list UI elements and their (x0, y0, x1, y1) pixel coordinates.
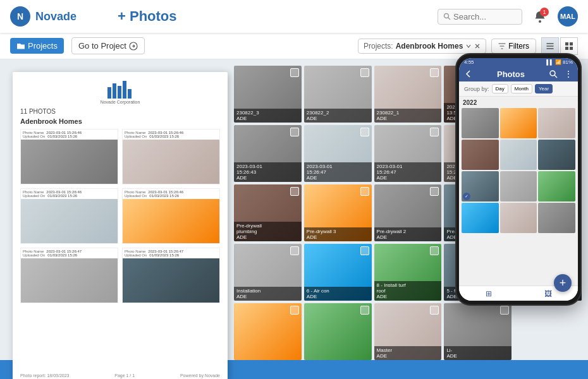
print-photo-item: Photo Name 2023-03-01 15:26:47 Uploaded … (20, 248, 118, 303)
svg-rect-4 (565, 42, 568, 45)
photo-cell[interactable]: Master ADE (374, 303, 442, 360)
filter-label: Projects: (364, 42, 393, 51)
photo-checkbox[interactable] (290, 128, 299, 136)
photo-cell[interactable]: 230822_2 ADE (304, 66, 372, 123)
print-photo-item: Photo Name 2023-03-01 15:26:46 Uploaded … (122, 129, 220, 184)
close-icon[interactable] (474, 43, 481, 49)
photo-cell[interactable]: 6 - Air con ADE (304, 244, 372, 301)
mobile-photo-row (462, 108, 575, 138)
photo-label: 230822_2 ADE (304, 109, 372, 123)
mobile-photo-badge: ✓ (463, 193, 470, 200)
photo-checkbox[interactable] (360, 128, 369, 136)
photo-checkbox[interactable] (430, 187, 439, 196)
photo-cell[interactable] (234, 303, 302, 360)
mobile-photo[interactable]: ✓ (462, 171, 499, 202)
goto-project-button[interactable]: Go to Project (71, 37, 145, 54)
photo-checkbox[interactable] (430, 306, 439, 315)
mobile-fab-button[interactable]: + (554, 274, 572, 292)
search-box[interactable] (438, 9, 522, 25)
svg-rect-5 (570, 42, 573, 45)
photo-cell[interactable]: Pre-drywall 3 ADE (304, 184, 372, 241)
sub-nav-right: Projects: Adenbrook Homes Filters (358, 37, 578, 55)
mobile-group-day[interactable]: Day (492, 84, 508, 93)
svg-line-1 (448, 18, 451, 20)
mobile-search-icon[interactable] (549, 69, 558, 78)
mobile-home-icon[interactable]: ⊞ (486, 289, 492, 298)
print-powered: Powered by Novade (180, 373, 220, 378)
filters-button[interactable]: Filters (491, 39, 536, 54)
svg-rect-6 (565, 47, 568, 50)
list-view-button[interactable] (541, 37, 559, 55)
print-photo-meta: Photo Name 2023-03-01 15:26:47 Uploaded … (123, 248, 219, 258)
mobile-photo[interactable] (538, 108, 575, 138)
photo-checkbox[interactable] (360, 306, 369, 315)
mobile-photo[interactable] (538, 203, 575, 233)
photo-checkbox[interactable] (500, 306, 509, 315)
photo-label: 230822_1 ADE (374, 109, 442, 123)
photo-cell[interactable]: 230822_1 ADE (374, 66, 442, 123)
mobile-photo[interactable] (462, 203, 499, 233)
mobile-group-month[interactable]: Month (511, 84, 532, 93)
mobile-photo[interactable] (538, 140, 575, 170)
photo-checkbox[interactable] (360, 68, 369, 77)
photo-checkbox[interactable] (360, 187, 369, 196)
print-meta-row: Uploaded On 01/03/2023 15:26 (125, 253, 217, 257)
photo-checkbox[interactable] (430, 68, 439, 77)
project-filter[interactable]: Projects: Adenbrook Homes (358, 39, 486, 54)
mobile-photo[interactable] (500, 140, 537, 170)
nav-right: 1 MAL (438, 6, 578, 27)
photo-checkbox[interactable] (290, 246, 299, 255)
mobile-photo[interactable] (500, 108, 537, 138)
mobile-photo[interactable] (500, 203, 537, 233)
mobile-menu-icon[interactable]: ⋮ (564, 69, 573, 79)
mobile-photo[interactable] (462, 108, 499, 138)
photo-cell[interactable]: Installation ADE (234, 244, 302, 301)
search-input[interactable] (453, 12, 517, 21)
mobile-group-bar: Group by: Day Month Year (459, 81, 578, 97)
photo-checkbox[interactable] (430, 246, 439, 255)
print-photo-image (21, 199, 118, 243)
photo-cell[interactable]: Pre-drywall 2 ADE (374, 184, 442, 241)
mobile-photo[interactable] (500, 171, 537, 202)
mobile-scroll[interactable]: 2022 ✓ (459, 97, 578, 286)
photo-checkbox[interactable] (290, 68, 299, 77)
photo-checkbox[interactable] (360, 246, 369, 255)
print-photo-meta: Photo Name 2023-03-01 15:26:46 Uploaded … (123, 189, 219, 199)
logo-area: N Novade (10, 6, 118, 27)
photo-cell[interactable]: 8 - Install turf roof ADE (374, 244, 442, 301)
goto-project-label: Go to Project (78, 41, 126, 51)
print-photo-grid: Photo Name 2023-03-01 15:26:46 Uploaded … (20, 129, 220, 303)
photo-checkbox[interactable] (290, 187, 299, 196)
photo-cell[interactable]: Li- ADE (444, 303, 511, 360)
photo-cell[interactable]: 2023-03-01 15:26:47 ADE (374, 125, 442, 182)
photo-cell[interactable]: 2023-03-01 15:26:43 ADE (234, 125, 302, 182)
mobile-photos-icon[interactable]: 🖼 (544, 289, 552, 298)
avatar-button[interactable]: MAL (558, 6, 578, 27)
print-photo-image (21, 140, 118, 184)
print-photo-image (123, 258, 219, 303)
photo-label: 2023-03-01 15:26:47 ADE (304, 162, 372, 182)
photo-cell[interactable]: Pre-drywall plumbing ADE (234, 184, 302, 241)
mobile-back-icon[interactable] (464, 69, 473, 78)
mobile-year-label: 2022 (462, 99, 575, 106)
photo-checkbox[interactable] (430, 128, 439, 136)
projects-button[interactable]: Projects (10, 38, 64, 54)
notification-button[interactable]: 1 (530, 6, 550, 27)
print-meta-row: Uploaded On 01/03/2023 15:26 (23, 135, 116, 138)
grid-view-button[interactable] (560, 37, 578, 55)
photo-cell[interactable]: 230822_3 ADE (234, 66, 302, 123)
mobile-device: 4:55 ▌▌ 📶 81% Photos ⋮ Group by: Day Mon… (455, 53, 582, 306)
print-preview: Novade Corporation 11 PHOTOS Adenbrook H… (13, 72, 228, 379)
mobile-photo[interactable] (462, 140, 499, 170)
photo-cell[interactable]: 2023-03-01 15:26:47 ADE (304, 125, 372, 182)
filter-value: Adenbrook Homes (396, 42, 463, 51)
photo-checkbox[interactable] (290, 306, 299, 315)
print-photo-image (123, 199, 219, 243)
mobile-group-year[interactable]: Year (535, 84, 553, 93)
logo-bar-2 (113, 83, 116, 99)
photo-label: Installation ADE (234, 287, 302, 301)
mobile-photo[interactable] (538, 171, 575, 202)
photo-cell[interactable] (304, 303, 372, 360)
page-title-text: + Photos (118, 8, 177, 25)
print-photo-item: Photo Name 2023-03-01 15:26:46 Uploaded … (20, 188, 118, 244)
